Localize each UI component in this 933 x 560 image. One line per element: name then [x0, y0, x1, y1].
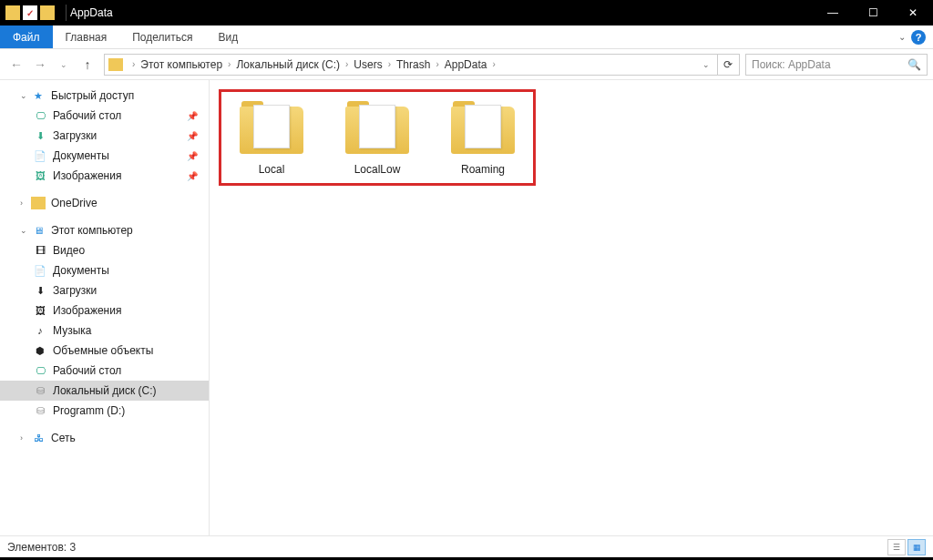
view-switcher: ☰ ▦: [887, 539, 926, 555]
sidebar-item-pictures[interactable]: 🖼 Изображения: [0, 300, 209, 321]
address-history-dropdown[interactable]: ⌄: [699, 60, 713, 69]
sidebar-item-label: Рабочий стол: [53, 364, 121, 377]
sidebar-item-desktop[interactable]: 🖵 Рабочий стол: [0, 361, 209, 381]
folder-locallow[interactable]: LocalLow: [336, 99, 418, 176]
chevron-right-icon[interactable]: ›: [224, 59, 234, 69]
video-icon: 🎞: [33, 244, 47, 257]
sidebar-onedrive[interactable]: › OneDrive: [0, 193, 209, 213]
pin-icon: 📌: [187, 171, 198, 181]
sidebar-item-documents[interactable]: 📄 Документы: [0, 260, 209, 280]
chevron-right-icon[interactable]: ›: [128, 59, 138, 69]
tab-view[interactable]: Вид: [205, 25, 251, 48]
sidebar-item-label: Сеть: [51, 432, 76, 444]
nav-up-button[interactable]: ↑: [77, 54, 98, 76]
folder-icon: [343, 99, 412, 158]
folder-icon: [5, 5, 20, 20]
sidebar-item-label: OneDrive: [51, 197, 97, 209]
chevron-right-icon[interactable]: ›: [342, 59, 352, 69]
sidebar-item-downloads[interactable]: ⬇ Загрузки 📌: [0, 126, 209, 146]
tab-home[interactable]: Главная: [53, 25, 120, 48]
sidebar-item-local-disk-c[interactable]: ⛁ Локальный диск (C:): [0, 381, 209, 401]
breadcrumb-segment[interactable]: Users: [352, 58, 384, 71]
search-icon: 🔍: [907, 58, 921, 71]
maximize-button[interactable]: ☐: [853, 0, 893, 25]
nav-back-button[interactable]: ←: [5, 54, 27, 76]
properties-icon[interactable]: ✓: [23, 5, 37, 20]
sidebar-item-pictures[interactable]: 🖼 Изображения 📌: [0, 166, 209, 186]
sidebar-item-label: Рабочий стол: [53, 109, 121, 122]
sidebar-this-pc[interactable]: ⌄ 🖥 Этот компьютер: [0, 220, 209, 240]
file-tab[interactable]: Файл: [0, 25, 53, 48]
sidebar-item-label: Объемные объекты: [53, 344, 153, 357]
3d-icon: ⬢: [33, 344, 47, 357]
window-controls: — ☐ ✕: [813, 0, 933, 25]
address-bar[interactable]: › Этот компьютер › Локальный диск (C:) ›…: [104, 54, 740, 76]
onedrive-icon: [31, 197, 46, 209]
help-icon[interactable]: ?: [911, 30, 926, 45]
folder-label: Roaming: [461, 163, 505, 176]
tab-share[interactable]: Поделиться: [119, 25, 205, 48]
disk-icon: ⛁: [33, 384, 47, 397]
window-title: AppData: [70, 6, 113, 19]
nav-recent-dropdown[interactable]: ⌄: [53, 54, 75, 76]
breadcrumb-segment[interactable]: Thrash: [395, 58, 432, 71]
chevron-down-icon[interactable]: ⌄: [20, 91, 29, 100]
view-large-icons-button[interactable]: ▦: [907, 539, 926, 555]
sidebar-item-downloads[interactable]: ⬇ Загрузки: [0, 280, 209, 300]
sidebar-quick-access[interactable]: ⌄ ★ Быстрый доступ: [0, 86, 209, 106]
status-item-count: Элементов: 3: [7, 541, 76, 554]
chevron-right-icon[interactable]: ›: [20, 433, 29, 443]
sidebar-item-label: Документы: [53, 149, 109, 162]
search-input[interactable]: Поиск: AppData 🔍: [745, 54, 928, 76]
ribbon: Файл Главная Поделиться Вид ⌄ ?: [0, 25, 933, 49]
quick-access-toolbar: ✓: [5, 5, 55, 20]
sidebar-item-music[interactable]: ♪ Музыка: [0, 321, 209, 341]
sidebar-item-desktop[interactable]: 🖵 Рабочий стол 📌: [0, 106, 209, 126]
network-icon: 🖧: [31, 432, 46, 444]
desktop-icon: 🖵: [33, 109, 47, 122]
sidebar-item-label: Локальный диск (C:): [53, 384, 157, 397]
main-area: ⌄ ★ Быстрый доступ 🖵 Рабочий стол 📌 ⬇ За…: [0, 80, 933, 535]
pictures-icon: 🖼: [33, 169, 47, 182]
folder-roaming[interactable]: Roaming: [442, 99, 524, 176]
chevron-right-icon[interactable]: ›: [384, 59, 395, 69]
highlight-annotation: Local LocalLow Roaming: [219, 89, 536, 186]
view-details-button[interactable]: ☰: [887, 539, 906, 555]
explorer-window: ✓ AppData — ☐ ✕ Файл Главная Поделиться …: [0, 0, 933, 560]
disk-icon: ⛁: [33, 404, 47, 417]
status-bar: Элементов: 3 ☰ ▦: [0, 535, 933, 557]
documents-icon: 📄: [33, 264, 47, 277]
sidebar-item-label: Изображения: [53, 304, 121, 317]
refresh-button[interactable]: ⟳: [717, 55, 737, 75]
downloads-icon: ⬇: [33, 284, 47, 297]
content-pane[interactable]: Local LocalLow Roaming: [210, 80, 933, 535]
pin-icon: 📌: [187, 131, 198, 141]
desktop-icon: 🖵: [33, 364, 47, 377]
sidebar-item-label: Быстрый доступ: [51, 89, 134, 102]
downloads-icon: ⬇: [33, 129, 47, 142]
sidebar-item-documents[interactable]: 📄 Документы 📌: [0, 146, 209, 166]
sidebar-item-3d-objects[interactable]: ⬢ Объемные объекты: [0, 341, 209, 361]
chevron-right-icon[interactable]: ›: [20, 199, 29, 208]
pc-icon: 🖥: [31, 224, 46, 237]
new-folder-icon[interactable]: [40, 5, 55, 20]
breadcrumb-segment[interactable]: AppData: [443, 58, 489, 71]
sidebar-item-label: Загрузки: [53, 129, 97, 142]
minimize-button[interactable]: —: [813, 0, 853, 25]
titlebar: ✓ AppData — ☐ ✕: [0, 0, 933, 25]
star-icon: ★: [31, 89, 46, 102]
sidebar-item-label: Музыка: [53, 324, 91, 337]
chevron-right-icon[interactable]: ›: [488, 59, 498, 69]
folder-local[interactable]: Local: [231, 99, 313, 176]
breadcrumb-segment[interactable]: Локальный диск (C:): [234, 58, 342, 71]
navigation-pane: ⌄ ★ Быстрый доступ 🖵 Рабочий стол 📌 ⬇ За…: [0, 80, 210, 535]
breadcrumb-segment[interactable]: Этот компьютер: [138, 58, 224, 71]
chevron-down-icon[interactable]: ⌄: [20, 226, 29, 235]
sidebar-item-videos[interactable]: 🎞 Видео: [0, 240, 209, 260]
nav-forward-button[interactable]: →: [29, 54, 51, 76]
ribbon-expand-icon[interactable]: ⌄: [898, 32, 906, 42]
chevron-right-icon[interactable]: ›: [432, 59, 442, 69]
sidebar-item-disk-d[interactable]: ⛁ Programm (D:): [0, 401, 209, 421]
close-button[interactable]: ✕: [893, 0, 933, 25]
sidebar-network[interactable]: › 🖧 Сеть: [0, 428, 209, 448]
